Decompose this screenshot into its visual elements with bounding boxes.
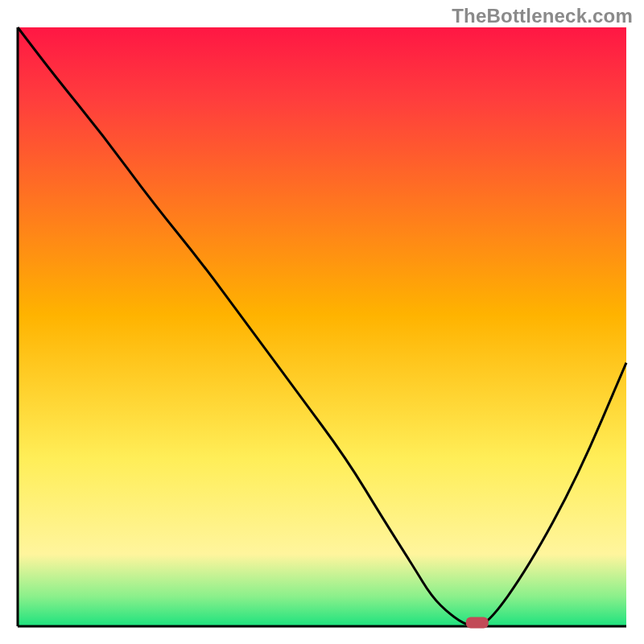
bottleneck-plot xyxy=(0,0,644,644)
watermark-text: TheBottleneck.com xyxy=(452,5,633,27)
plot-background xyxy=(18,27,626,626)
chart-frame: TheBottleneck.com xyxy=(0,0,644,644)
optimal-point-marker xyxy=(466,617,489,629)
